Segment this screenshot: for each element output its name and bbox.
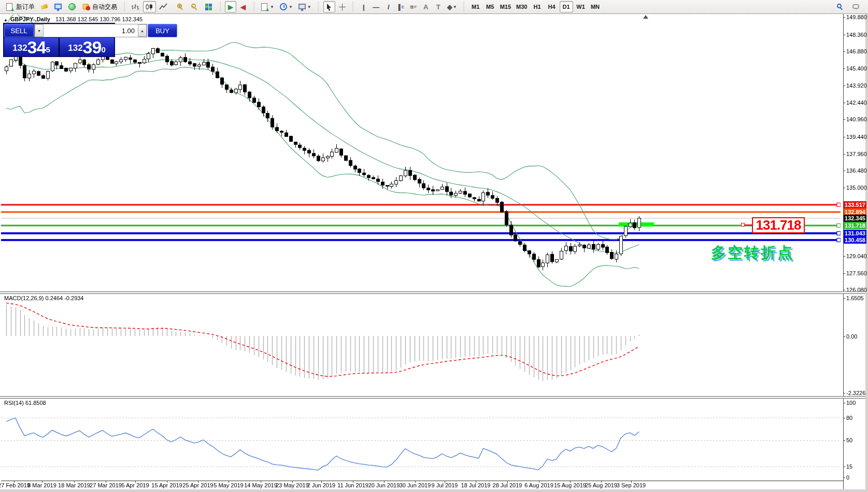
collapse-arrow-icon[interactable]: ▲	[4, 18, 8, 22]
time-axis-label: 9 Jul 2019	[432, 482, 458, 488]
callout-connector-line	[745, 224, 752, 226]
price-tag-132345[interactable]: 132.345	[844, 215, 866, 222]
mt4-window: + 新订单 自动交易 + -	[0, 0, 868, 492]
volume-decrease-button[interactable]: ▼	[35, 24, 44, 37]
window-frame-bottom	[0, 489, 868, 492]
time-axis-label: 25 Aug 2019	[585, 482, 617, 488]
time-axis-label: 5 Apr 2019	[121, 482, 149, 488]
buy-price-sup: 0	[101, 38, 105, 62]
price-axis-label: 127.560	[846, 270, 867, 276]
price-tag-133517[interactable]: 133.517	[844, 201, 866, 208]
macd-axis-label: 1.6505	[846, 295, 864, 301]
sell-button[interactable]: SELL	[4, 24, 34, 37]
price-tag-131718[interactable]: 131.718	[844, 222, 866, 229]
time-axis-label: 15 Aug 2019	[554, 482, 586, 488]
sell-price-quote[interactable]: 132345	[4, 38, 59, 57]
rsi-axis-label: 50	[846, 437, 852, 443]
time-axis-label: 18 Mar 2019	[58, 482, 90, 488]
time-axis-label: 6 Aug 2019	[524, 482, 553, 488]
price-axis-label: 142.440	[846, 100, 867, 106]
price-axis-label: 129.040	[846, 253, 867, 259]
time-axis-label: 23 May 2019	[276, 482, 309, 488]
chart-title-row: ▲GBPJPY-,Daily131.368 132.545 130.796 13…	[4, 16, 143, 22]
rsi-pane-separator[interactable]	[0, 396, 865, 399]
time-axis-label: 27 Mar 2019	[90, 482, 122, 488]
turning-point-annotation[interactable]: 多空转折点	[711, 243, 794, 263]
time-axis-label: 30 Jun 2019	[400, 482, 431, 488]
time-axis-label: 18 Jul 2019	[461, 482, 491, 488]
time-axis-label: 2 Jun 2019	[307, 482, 335, 488]
time-axis-label: 5 May 2019	[214, 482, 243, 488]
time-axis-label: 28 Jul 2019	[493, 482, 522, 488]
price-axis-label: 149.880	[846, 14, 867, 20]
price-callout-box[interactable]: 131.718	[752, 217, 805, 233]
rsi-axis-label: 0	[846, 474, 849, 481]
sell-price-sup: 5	[46, 38, 50, 62]
volume-stepper: ▼ ▲	[34, 24, 147, 37]
sell-price-base: 132	[12, 40, 27, 56]
price-axis-label: 146.880	[846, 48, 867, 54]
price-axis-label: 137.960	[846, 151, 867, 157]
macd-pane-separator[interactable]	[0, 291, 865, 294]
time-axis-label: 25 Apr 2019	[182, 482, 213, 488]
price-tag-130458[interactable]: 130.458	[844, 236, 866, 244]
price-axis-label: 145.400	[846, 65, 867, 72]
time-axis-label: 20 Jun 2019	[368, 482, 400, 488]
price-axis-label: 139.440	[846, 134, 867, 140]
ohlc-values: 131.368 132.545 130.796 132.345	[55, 16, 143, 22]
sell-price-big: 34	[27, 38, 46, 56]
price-axis-label: 136.480	[846, 167, 867, 174]
volume-input[interactable]	[44, 24, 138, 37]
rsi-axis-label: 15	[846, 463, 852, 470]
chart-shift-marker-icon[interactable]	[643, 15, 648, 19]
buy-button[interactable]: BUY	[148, 24, 177, 37]
time-axis-label: 3 Sep 2019	[617, 482, 646, 488]
price-tag-131043[interactable]: 131.043	[844, 230, 866, 237]
buy-price-quote[interactable]: 132390	[60, 38, 114, 57]
price-axis-label: 140.960	[846, 116, 867, 122]
price-axis-label: 135.000	[846, 185, 867, 191]
time-axis-label: 14 May 2019	[244, 482, 277, 488]
time-axis-label: 8 Mar 2019	[27, 482, 56, 488]
macd-label: MACD(12,26,9) 0.2464 -0.2934	[4, 295, 83, 301]
macd-axis-label: -2.3226	[846, 390, 865, 396]
price-axis-label: 143.920	[846, 82, 867, 89]
rsi-axis-label: 100	[846, 400, 856, 406]
macd-axis-label: 0.00	[846, 333, 857, 340]
symbol-label: GBPJPY-,Daily	[10, 16, 50, 22]
rsi-axis-label: 80	[846, 415, 852, 421]
buy-price-big: 39	[83, 38, 102, 56]
callout-anchor-handle[interactable]	[741, 223, 745, 227]
axis-border-line	[843, 14, 844, 489]
time-axis-label: 27 Feb 2019	[0, 482, 30, 488]
one-click-trading-panel: SELL ▼ ▲ BUY 132345 132390	[3, 23, 115, 57]
time-axis-label: 15 Apr 2019	[151, 482, 182, 488]
time-axis-label: 11 Jun 2019	[337, 482, 368, 488]
buy-price-base: 132	[68, 40, 82, 56]
price-axis-label: 148.360	[846, 32, 867, 38]
rsi-label: RSI(14) 61.8508	[4, 400, 46, 406]
volume-increase-button[interactable]: ▲	[138, 24, 147, 37]
